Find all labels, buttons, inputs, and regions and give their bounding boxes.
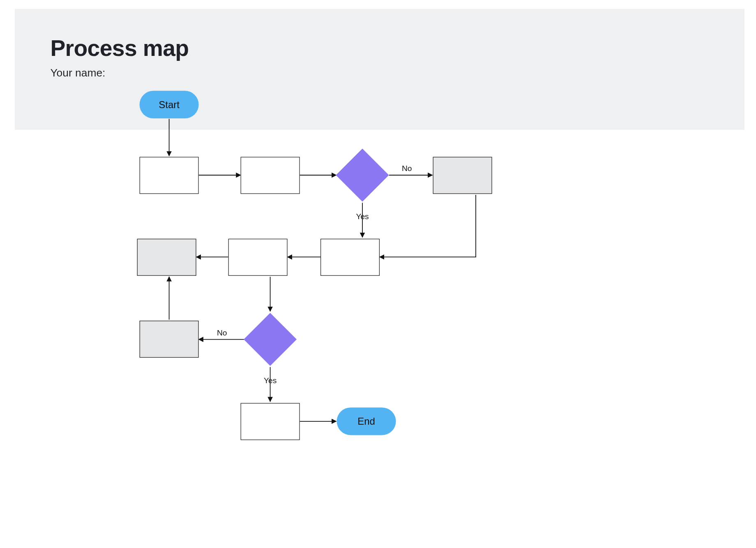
diagram-canvas: Process map Your name: (0, 0, 756, 548)
edge-label-d2-yes: Yes (264, 377, 277, 386)
process-box-5[interactable] (228, 239, 288, 276)
edge-label-d2-no: No (217, 328, 227, 338)
process-box-8[interactable] (241, 403, 300, 440)
edge-label-d1-yes: Yes (356, 212, 369, 221)
process-box-7-shaded[interactable] (140, 321, 199, 358)
terminator-end[interactable]: End (337, 407, 396, 435)
diamond-icon (244, 313, 297, 366)
process-box-1[interactable] (140, 157, 199, 194)
process-box-4[interactable] (320, 239, 380, 276)
edge-label-d1-no: No (402, 164, 412, 173)
process-box-6-shaded[interactable] (137, 239, 196, 276)
decision-1[interactable] (343, 156, 381, 194)
process-box-3-shaded[interactable] (433, 157, 492, 194)
diamond-icon (336, 149, 389, 202)
process-box-2[interactable] (241, 157, 300, 194)
terminator-start[interactable]: Start (140, 91, 199, 118)
decision-2[interactable] (251, 321, 289, 358)
